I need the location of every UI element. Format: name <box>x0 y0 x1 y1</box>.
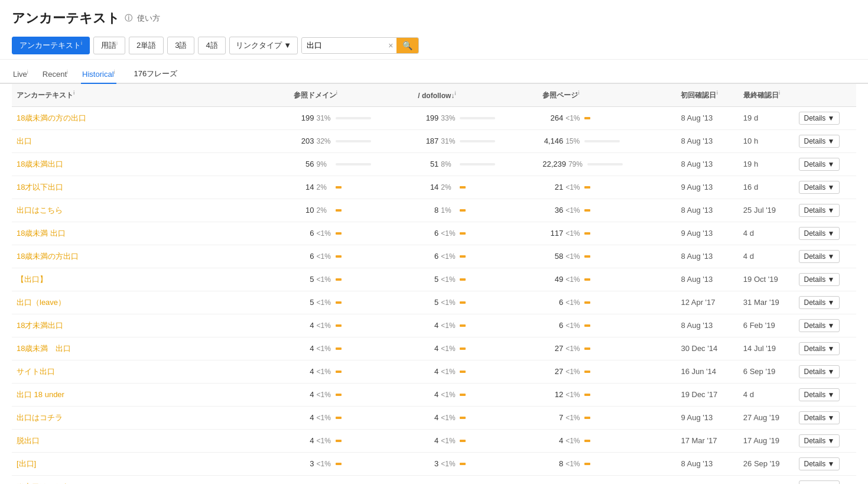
toolbar: アンカーテキストi 用語i 2単語 3語 4語 リンクタイプ ▼ × 🔍 <box>0 32 868 60</box>
last-seen-cell: 4 d <box>739 383 794 406</box>
ref-domain-cell: 14 2% <box>289 176 414 199</box>
anchor-text-cell: 18歳未満 出口 <box>12 222 289 245</box>
tab-4words[interactable]: 4語 <box>198 37 225 54</box>
anchor-text-link[interactable]: 18歳未満の方出口 <box>17 252 79 261</box>
ref-page-num: 4,146 <box>542 137 563 145</box>
anchor-text-link[interactable]: 18才以下出口 <box>17 183 63 191</box>
anchor-text-link[interactable]: 出口はコチラ <box>17 413 63 422</box>
details-button[interactable]: Details ▼ <box>799 112 840 125</box>
last-seen-cell: 16 d <box>739 176 794 199</box>
ref-page-num: 21 <box>542 183 563 191</box>
how-to-link[interactable]: 使い方 <box>137 13 160 24</box>
tiny-bar <box>336 324 342 327</box>
details-button[interactable]: Details ▼ <box>799 204 840 217</box>
ref-page-num: 49 <box>542 275 563 284</box>
anchor-text-link[interactable]: 出口はこちら <box>17 206 63 215</box>
dofollow-num: 8 <box>418 206 438 215</box>
ref-domain-pct: 9% <box>317 160 333 168</box>
data-table: アンカーテキストi 参照ドメインi / dofollow↓i 参照ページi 初回… <box>12 84 856 484</box>
anchor-text-link[interactable]: 脱出口 <box>17 436 40 445</box>
tab-2words[interactable]: 2単語 <box>129 37 164 54</box>
anchor-text-cell: 18才未満出口 <box>12 314 289 337</box>
details-button[interactable]: Details ▼ <box>799 388 840 401</box>
ref-page-num: 6 <box>542 298 563 307</box>
tiny-bar <box>460 232 466 235</box>
ref-page-cell: 27 <1% <box>538 337 676 360</box>
tab-word[interactable]: 用語i <box>93 37 125 54</box>
search-input[interactable] <box>302 38 385 53</box>
link-type-button[interactable]: リンクタイプ ▼ <box>229 37 298 54</box>
info-icon[interactable]: ⓘ <box>125 13 132 24</box>
details-button[interactable]: Details ▼ <box>799 319 840 332</box>
tiny-bar <box>584 347 590 350</box>
anchor-text-link[interactable]: ※出口はこちら。 <box>17 482 78 484</box>
first-seen-cell: 8 Aug '13 <box>676 129 738 152</box>
anchor-text-cell: 出口はこちら <box>12 199 289 222</box>
tiny-bar <box>460 278 466 281</box>
first-seen-cell: 16 Jun '14 <box>676 360 738 383</box>
ref-page-cell: 6 <1% <box>538 314 676 337</box>
anchor-text-link[interactable]: 18歳未満 出口 <box>17 229 66 238</box>
ref-page-metric: 4,146 15% <box>542 137 671 145</box>
details-button[interactable]: Details ▼ <box>799 457 840 470</box>
dofollow-num: 4 <box>418 436 438 445</box>
tiny-bar <box>460 255 466 258</box>
anchor-text-link[interactable]: 18歳未満出口 <box>17 160 63 168</box>
anchor-text-link[interactable]: 18歳未満の方の出口 <box>17 113 86 122</box>
anchor-text-link[interactable]: 【出口】 <box>17 275 47 284</box>
ref-domain-metric: 4 <1% <box>294 321 409 330</box>
anchor-text-link[interactable]: 18才未満出口 <box>17 321 63 330</box>
search-clear-button[interactable]: × <box>385 38 396 53</box>
action-cell: Details ▼ <box>794 106 856 129</box>
details-button[interactable]: Details ▼ <box>799 273 840 286</box>
col-header-dofollow[interactable]: / dofollow↓i <box>413 84 538 107</box>
search-button[interactable]: 🔍 <box>396 38 418 53</box>
details-button[interactable]: Details ▼ <box>799 411 840 424</box>
ref-domain-num: 4 <box>294 321 314 330</box>
details-button[interactable]: Details ▼ <box>799 181 840 194</box>
details-button[interactable]: Details ▼ <box>799 135 840 148</box>
table-row: 18歳未満 出口 4 <1% 4 <1% 27 <1% 30 Dec '1414… <box>12 337 856 360</box>
details-button[interactable]: Details ▼ <box>799 227 840 240</box>
table-row: 18歳未満出口 56 9% 51 8% 22,239 79% 8 Aug '13… <box>12 152 856 176</box>
details-button[interactable]: Details ▼ <box>799 365 840 378</box>
ref-domain-cell: 6 <1% <box>289 222 414 245</box>
tiny-bar <box>336 209 342 212</box>
anchor-text-link[interactable]: 出口 18 under <box>17 390 64 399</box>
first-seen-cell: 8 Aug '13 <box>676 106 738 129</box>
bar-container <box>336 140 371 142</box>
ref-page-num: 264 <box>542 113 563 122</box>
last-seen-cell: 26 Sep '19 <box>739 452 794 475</box>
details-button[interactable]: Details ▼ <box>799 250 840 263</box>
details-button[interactable]: Details ▼ <box>799 434 840 447</box>
action-cell: Details ▼ <box>794 360 856 383</box>
dofollow-metric: 51 8% <box>418 160 533 168</box>
dofollow-num: 4 <box>418 344 438 353</box>
tiny-bar <box>584 301 590 304</box>
tab-anchor-text[interactable]: アンカーテキストi <box>12 37 90 54</box>
details-button[interactable]: Details ▼ <box>799 480 840 484</box>
last-seen-cell: 25 Jul '19 <box>739 199 794 222</box>
ref-domain-metric: 10 2% <box>294 206 409 215</box>
tab-live[interactable]: Livei <box>12 66 30 83</box>
anchor-text-link[interactable]: サイト出口 <box>17 367 55 376</box>
details-button[interactable]: Details ▼ <box>799 296 840 309</box>
ref-domain-metric: 4 <1% <box>294 413 409 422</box>
dofollow-pct: <1% <box>441 321 457 330</box>
dofollow-pct: <1% <box>441 368 457 376</box>
action-cell: Details ▼ <box>794 314 856 337</box>
tiny-bar <box>460 347 466 350</box>
anchor-text-link[interactable]: [出口] <box>17 459 36 468</box>
action-cell: Details ▼ <box>794 268 856 291</box>
tab-historical[interactable]: Historicali <box>81 66 116 83</box>
ref-page-num: 27 <box>542 367 563 376</box>
tab-3words[interactable]: 3語 <box>167 37 194 54</box>
dofollow-cell: 4 <1% <box>413 360 538 383</box>
dofollow-metric: 8 1% <box>418 206 533 215</box>
anchor-text-link[interactable]: 出口（leave） <box>17 298 66 307</box>
anchor-text-link[interactable]: 出口 <box>17 137 32 145</box>
details-button[interactable]: Details ▼ <box>799 158 840 171</box>
details-button[interactable]: Details ▼ <box>799 342 840 355</box>
anchor-text-link[interactable]: 18歳未満 出口 <box>17 344 71 353</box>
tab-recent[interactable]: Recenti <box>41 66 69 83</box>
